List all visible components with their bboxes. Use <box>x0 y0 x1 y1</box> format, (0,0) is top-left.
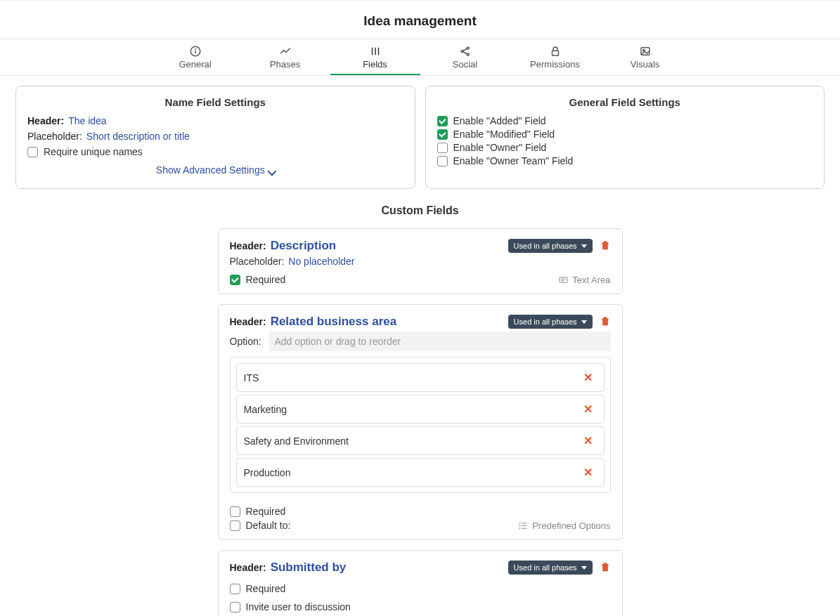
svg-point-2 <box>195 49 195 50</box>
delete-field-button[interactable] <box>600 315 611 329</box>
required-label: Required <box>246 274 286 285</box>
unique-names-label: Require unique names <box>44 146 143 157</box>
option-item[interactable]: ITS ✕ <box>236 363 605 392</box>
tabs-bar: General Phases Fields Social Permissions… <box>0 39 840 76</box>
required-checkbox[interactable] <box>230 506 240 517</box>
unique-names-checkbox[interactable] <box>27 147 38 157</box>
placeholder-label: Placeholder: <box>27 131 82 142</box>
tab-label: General <box>179 59 211 70</box>
placeholder-value[interactable]: No placeholder <box>288 256 354 267</box>
list-icon <box>518 520 529 531</box>
field-header-value[interactable]: Related business area <box>271 315 397 329</box>
remove-option-button[interactable]: ✕ <box>579 434 597 447</box>
share-icon <box>459 45 472 58</box>
page-title: Idea management <box>0 0 840 39</box>
svg-point-13 <box>642 49 644 51</box>
option-text: Production <box>244 467 291 478</box>
field-header-value[interactable]: Submitted by <box>271 561 347 575</box>
option-item[interactable]: Production ✕ <box>236 458 605 487</box>
trend-icon <box>279 45 292 58</box>
phase-pill-dropdown[interactable]: Used in all phases <box>508 315 593 329</box>
option-item[interactable]: Safety and Environment ✕ <box>236 426 605 455</box>
svg-line-9 <box>463 48 467 51</box>
delete-field-button[interactable] <box>600 240 611 253</box>
required-label: Required <box>246 583 286 594</box>
caret-down-icon <box>581 244 587 248</box>
tab-social[interactable]: Social <box>420 39 510 75</box>
option-text: Safety and Environment <box>244 435 349 447</box>
tab-fields[interactable]: Fields <box>330 39 420 75</box>
invite-user-label: Invite user to discussion <box>246 601 351 612</box>
svg-point-8 <box>467 53 469 55</box>
enable-owner-team-label: Enable "Owner Team" Field <box>453 155 574 166</box>
custom-field-card: Header: Related business area Used in al… <box>218 304 623 540</box>
svg-line-10 <box>463 52 467 54</box>
phase-pill-dropdown[interactable]: Used in all phases <box>508 561 593 575</box>
field-header-value[interactable]: Description <box>271 239 337 253</box>
header-label: Header: <box>27 115 64 126</box>
option-label: Option: <box>230 336 265 347</box>
default-to-checkbox[interactable] <box>230 520 240 531</box>
field-type-badge: Text Area <box>558 275 610 285</box>
options-list: ITS ✕ Marketing ✕ Safety and Environment… <box>230 357 611 493</box>
general-field-settings-panel: General Field Settings Enable "Added" Fi… <box>425 86 825 189</box>
placeholder-label: Placeholder: <box>230 256 285 267</box>
tab-phases[interactable]: Phases <box>240 39 330 75</box>
tab-permissions[interactable]: Permissions <box>510 39 600 75</box>
remove-option-button[interactable]: ✕ <box>579 371 597 384</box>
svg-rect-14 <box>560 277 567 282</box>
svg-point-22 <box>519 528 520 529</box>
tab-label: Fields <box>363 59 387 70</box>
enable-added-checkbox[interactable] <box>437 116 448 126</box>
info-icon <box>189 45 202 58</box>
trash-icon <box>600 315 611 327</box>
enable-modified-label: Enable "Modified" Field <box>453 129 555 140</box>
option-item[interactable]: Marketing ✕ <box>236 395 605 424</box>
columns-icon <box>369 45 382 58</box>
tab-general[interactable]: General <box>150 39 240 75</box>
svg-point-7 <box>467 47 469 49</box>
add-option-input[interactable] <box>269 332 611 351</box>
remove-option-button[interactable]: ✕ <box>579 402 597 416</box>
tab-label: Visuals <box>631 59 660 70</box>
field-type-badge: Predefined Options <box>518 520 610 531</box>
enable-modified-checkbox[interactable] <box>437 129 448 140</box>
svg-point-20 <box>519 523 520 523</box>
header-label: Header: <box>230 562 266 573</box>
default-to-label: Default to: <box>246 520 291 531</box>
required-label: Required <box>246 506 286 517</box>
tab-label: Phases <box>270 59 300 70</box>
textarea-icon <box>558 275 569 285</box>
trash-icon <box>600 240 611 251</box>
tab-visuals[interactable]: Visuals <box>600 39 690 75</box>
enable-added-label: Enable "Added" Field <box>453 115 546 126</box>
header-label: Header: <box>230 316 266 327</box>
delete-field-button[interactable] <box>600 561 611 575</box>
phase-pill-dropdown[interactable]: Used in all phases <box>508 239 593 253</box>
option-text: Marketing <box>244 404 287 415</box>
name-field-settings-panel: Name Field Settings Header: The idea Pla… <box>15 86 415 189</box>
image-icon <box>639 45 652 58</box>
header-value[interactable]: The idea <box>68 115 106 126</box>
placeholder-value[interactable]: Short description or title <box>86 131 190 142</box>
lock-icon <box>549 45 562 58</box>
header-label: Header: <box>230 240 266 251</box>
show-advanced-settings-link[interactable]: Show Advanced Settings <box>27 164 403 176</box>
caret-down-icon <box>581 566 587 570</box>
custom-field-card: Header: Submitted by Used in all phases … <box>218 550 623 616</box>
remove-option-button[interactable]: ✕ <box>579 466 597 479</box>
required-checkbox[interactable] <box>230 275 240 285</box>
tab-label: Permissions <box>530 59 580 70</box>
custom-fields-title: Custom Fields <box>0 204 840 217</box>
invite-user-checkbox[interactable] <box>230 602 240 612</box>
svg-point-21 <box>519 525 520 526</box>
enable-owner-label: Enable "Owner" Field <box>453 142 547 153</box>
enable-owner-checkbox[interactable] <box>437 143 448 153</box>
option-text: ITS <box>244 372 259 384</box>
enable-owner-team-checkbox[interactable] <box>437 156 448 166</box>
custom-field-card: Header: Description Used in all phases P… <box>218 228 623 294</box>
required-checkbox[interactable] <box>230 584 240 594</box>
svg-point-6 <box>461 51 463 53</box>
trash-icon <box>600 561 611 572</box>
tab-label: Social <box>453 59 477 70</box>
